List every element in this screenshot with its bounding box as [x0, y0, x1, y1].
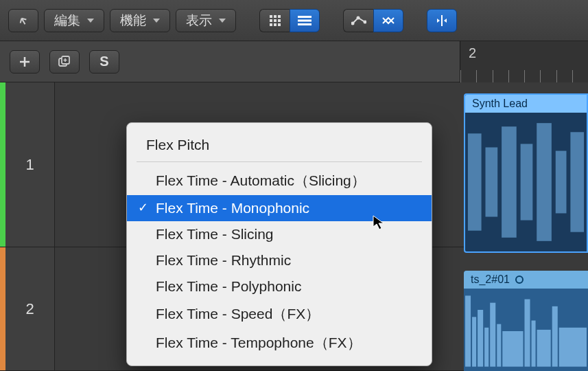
svg-rect-11	[298, 23, 311, 25]
flex-menu-item[interactable]: Flex Time - Monophonic	[127, 195, 432, 221]
flex-menu-item[interactable]: Flex Time - Tempophone（FX）	[127, 328, 432, 357]
flex-icon	[380, 15, 397, 26]
svg-rect-2	[278, 15, 281, 18]
region-waveform	[464, 289, 588, 371]
track-number: 1	[5, 82, 55, 247]
svg-rect-38	[502, 126, 517, 238]
chevron-down-icon	[87, 19, 94, 23]
svg-rect-4	[274, 19, 277, 22]
svg-point-13	[356, 16, 360, 19]
view-menu-label: 表示	[186, 12, 212, 30]
svg-rect-0	[270, 15, 272, 18]
svg-rect-9	[298, 16, 311, 18]
view-mode-segment	[259, 9, 320, 32]
svg-rect-50	[524, 300, 530, 367]
timeline-ruler[interactable]: 2	[460, 41, 588, 82]
main-toolbar: 編集 機能 表示	[0, 0, 588, 41]
svg-rect-3	[270, 19, 272, 22]
svg-rect-47	[490, 303, 495, 367]
grid-icon	[269, 14, 281, 27]
svg-rect-45	[478, 310, 483, 367]
flex-mode-menu: Flex Pitch Flex Time - Automatic（Slicing…	[126, 122, 432, 366]
svg-rect-53	[552, 306, 558, 367]
automation-segment	[343, 9, 403, 32]
svg-rect-10	[298, 19, 311, 21]
catch-playhead-button[interactable]	[427, 9, 457, 32]
midi-region[interactable]: Synth Lead	[464, 93, 588, 253]
audio-region[interactable]: ts_2#01	[464, 271, 588, 371]
bar-number: 2	[469, 45, 476, 61]
svg-rect-39	[521, 144, 533, 220]
arrangement-lane[interactable]: Synth Lead ts_2#01	[460, 82, 588, 371]
svg-rect-40	[537, 123, 552, 241]
svg-rect-7	[274, 23, 277, 26]
flex-menu-title[interactable]: Flex Pitch	[127, 133, 432, 161]
solo-button[interactable]: S	[89, 50, 119, 74]
svg-rect-52	[537, 330, 551, 367]
functions-menu-label: 機能	[120, 12, 146, 30]
functions-menu[interactable]: 機能	[110, 9, 170, 32]
add-track-button[interactable]	[10, 50, 40, 74]
svg-rect-5	[278, 19, 281, 22]
svg-rect-8	[278, 23, 281, 26]
menu-divider	[137, 161, 422, 162]
track-color-strip	[0, 82, 5, 247]
automation-button[interactable]	[343, 9, 373, 32]
svg-rect-49	[502, 331, 523, 367]
flex-button[interactable]	[373, 9, 403, 32]
region-name: ts_2#01	[471, 273, 510, 286]
back-up-button[interactable]	[8, 9, 38, 32]
region-name: Synth Lead	[472, 98, 528, 110]
svg-rect-6	[270, 23, 272, 26]
playhead-catch-icon	[435, 14, 449, 27]
duplicate-track-button[interactable]	[49, 50, 80, 74]
chevron-down-icon	[153, 19, 160, 23]
svg-rect-43	[465, 295, 471, 366]
svg-rect-44	[472, 317, 476, 366]
svg-rect-54	[559, 328, 587, 367]
track-number: 2	[5, 247, 55, 370]
svg-rect-1	[274, 15, 277, 18]
flex-menu-item[interactable]: Flex Time - Slicing	[127, 221, 432, 247]
automation-line-icon	[351, 15, 366, 26]
edit-menu[interactable]: 編集	[44, 9, 104, 32]
flex-menu-item[interactable]: Flex Time - Polyphonic	[127, 273, 432, 300]
region-header[interactable]: Synth Lead	[465, 95, 587, 113]
loop-indicator-icon	[515, 276, 524, 284]
list-view-button[interactable]	[290, 9, 320, 32]
svg-rect-51	[532, 321, 536, 367]
region-waveform	[465, 113, 587, 251]
svg-rect-42	[570, 132, 584, 232]
duplicate-icon	[58, 56, 71, 68]
svg-rect-46	[484, 328, 489, 367]
flex-menu-item[interactable]: Flex Time - Speed（FX）	[127, 300, 432, 328]
chevron-down-icon	[219, 19, 226, 23]
track-color-strip	[0, 247, 5, 370]
ruler-ticks	[460, 70, 588, 82]
edit-menu-label: 編集	[54, 12, 80, 30]
grid-view-button[interactable]	[259, 9, 290, 32]
svg-rect-41	[556, 151, 567, 214]
region-header[interactable]: ts_2#01	[464, 271, 588, 289]
plus-icon	[19, 56, 31, 68]
flex-menu-item[interactable]: Flex Time - Automatic（Slicing）	[127, 166, 432, 195]
svg-rect-48	[497, 324, 501, 367]
svg-rect-36	[468, 133, 482, 230]
view-menu[interactable]: 表示	[176, 9, 236, 32]
flex-menu-item[interactable]: Flex Time - Rhythmic	[127, 247, 432, 273]
arrow-up-left-icon	[17, 15, 30, 26]
svg-rect-37	[486, 148, 498, 217]
rows-icon	[298, 15, 311, 26]
